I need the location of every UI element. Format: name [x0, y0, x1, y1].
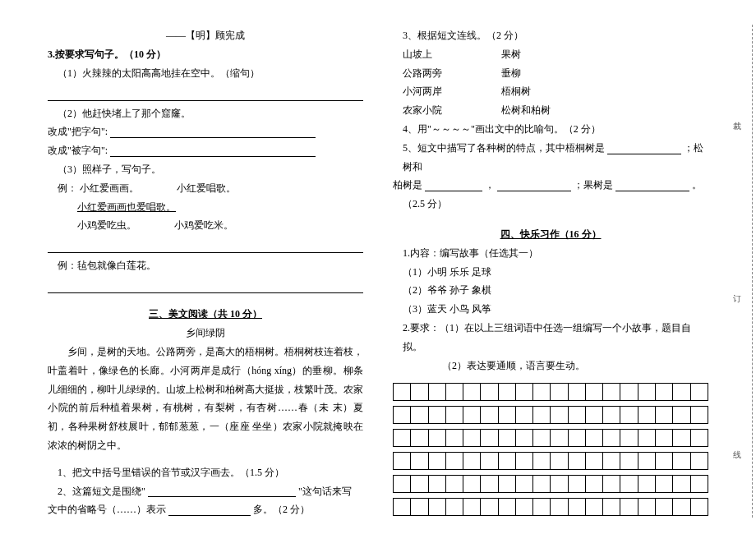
q3-2-bei-blank[interactable]	[110, 146, 316, 157]
grid-table	[393, 383, 708, 516]
connect-block[interactable]: 山坡上 果树 公路两旁 垂柳 小河两岸 梧桐树 农家小院 松树和柏树	[393, 45, 708, 120]
q5c-end: ；果树是	[574, 179, 613, 191]
q5-blank4[interactable]	[615, 181, 689, 191]
passage-q2d: 多。（2 分）	[253, 504, 310, 515]
q3-2-bei-label: 改成"被字句":	[48, 145, 108, 156]
grid-row	[394, 476, 708, 493]
grid-sep	[394, 401, 708, 407]
writing-opt2: （2）爷爷 孙子 象棋	[393, 281, 708, 300]
q5c-pre: 柏树是	[393, 179, 422, 191]
q5-blank2[interactable]	[425, 181, 482, 191]
connect-row: 山坡上 果树	[403, 45, 708, 64]
q3-3-line-b: 小鸡爱吃米。	[174, 219, 233, 231]
q3-2-ba-row: 改成"把字句":	[48, 122, 363, 141]
passage-q2a: 2、这篇短文是围绕"	[58, 486, 145, 497]
passage-q5-row2: 柏树是 ， ；果树是 。	[393, 176, 708, 195]
binding-dash	[752, 25, 753, 518]
q5-blank3[interactable]	[497, 181, 571, 191]
grid-row	[394, 430, 708, 447]
section4-title: 四、快乐习作（16 分）	[393, 225, 708, 244]
connect-l2: 小河两岸	[403, 82, 501, 101]
q3-2-ba-label: 改成"把字句":	[48, 126, 108, 137]
right-column: 3、根据短文连线。（2 分） 山坡上 果树 公路两旁 垂柳 小河两岸 梧桐树 农…	[378, 26, 715, 518]
writing-q1: 1.内容：编写故事（任选其一）	[393, 244, 708, 263]
writing-opt3: （3）蓝天 小鸟 风筝	[393, 300, 708, 319]
grid-sep	[394, 447, 708, 453]
grid-sep	[394, 424, 708, 430]
q3-3-ex2-blank[interactable]	[48, 277, 363, 293]
connect-r3: 松树和柏树	[501, 101, 551, 120]
q3-3-practice-blank[interactable]	[48, 237, 363, 253]
q3-3-line-a: 小鸡爱吃虫。	[77, 219, 136, 231]
section3-title: 三、美文阅读（共 10 分）	[48, 305, 363, 324]
passage-title: 乡间绿阴	[48, 324, 363, 343]
writing-q2a: 2.要求：（1）在以上三组词语中任选一组编写一个小故事，题目自拟。	[393, 319, 708, 357]
writing-grid[interactable]	[393, 383, 708, 516]
connect-l3: 农家小院	[403, 101, 501, 120]
q5-pts: （2.5 分）	[393, 195, 708, 214]
q3-1-blank[interactable]	[48, 84, 363, 100]
connect-row: 公路两旁 垂柳	[403, 64, 708, 83]
q3-2-ba-blank[interactable]	[110, 127, 316, 138]
q3-3-ex-prefix: 例：	[58, 182, 77, 194]
passage-q1: 1、把文中括号里错误的音节或汉字画去。（1.5 分）	[48, 463, 363, 482]
q5-blank1[interactable]	[607, 144, 681, 154]
q5c-mid: ，	[485, 179, 495, 191]
passage-q2-blank2[interactable]	[168, 505, 251, 516]
writing-q2b: （2）表达要通顺，语言要生动。	[393, 357, 708, 375]
grid-row	[394, 407, 708, 424]
q3-header: 3.按要求写句子。（10 分）	[48, 45, 363, 64]
connect-l1: 公路两旁	[403, 64, 501, 83]
connect-l0: 山坡上	[403, 45, 501, 64]
q3-3: （3）照样子，写句子。	[48, 160, 363, 179]
grid-sep	[394, 470, 708, 476]
poem-attribution: ——【明】顾宪成	[48, 26, 363, 45]
left-column: ——【明】顾宪成 3.按要求写句子。（10 分） （1）火辣辣的太阳高高地挂在空…	[41, 26, 378, 518]
spacer	[48, 457, 363, 463]
q3-3-ex-a: 小红爱画画。	[80, 182, 139, 194]
passage-q5-row1: 5、短文中描写了各种树的特点，其中梧桐树是 ；松树和	[393, 139, 708, 177]
passage-q2-row1: 2、这篇短文是围绕" "这句话来写	[48, 482, 363, 501]
q5a: 5、短文中描写了各种树的特点，其中梧桐树是	[403, 142, 605, 154]
q5c-tail: 。	[692, 179, 702, 191]
connect-r0: 果树	[501, 45, 521, 64]
q3-3-merge: 小红爱画画也爱唱歌。	[77, 198, 176, 217]
q3-3-ex2: 例：毡包就像白莲花。	[48, 256, 363, 275]
worksheet-page: 裁 订 线 ——【明】顾宪成 3.按要求写句子。（10 分） （1）火辣辣的太阳…	[0, 0, 756, 534]
grid-row	[394, 384, 708, 401]
grid-row	[394, 453, 708, 470]
passage-q2-row2: 文中的省略号（……）表示 多。（2 分）	[48, 500, 363, 519]
grid-sep	[394, 493, 708, 499]
q3-3-practice-row: 小鸡爱吃虫。 小鸡爱吃米。	[48, 216, 363, 235]
q3-2-bei-row: 改成"被字句":	[48, 141, 363, 160]
passage-q4: 4、用"～～～～"画出文中的比喻句。（2 分）	[393, 120, 708, 139]
connect-r1: 垂柳	[501, 64, 521, 83]
passage-body: 乡间，是树的天地。公路两旁，是高大的梧桐树。梧桐树枝连着枝，叶盖着叶，像绿色的长…	[48, 343, 363, 455]
q3-1: （1）火辣辣的太阳高高地挂在空中。（缩句）	[48, 64, 363, 83]
writing-opt1: （1）小明 乐乐 足球	[393, 263, 708, 282]
q3-2: （2）他赶快堵上了那个窟窿。	[48, 104, 363, 123]
q3-3-ex-b: 小红爱唱歌。	[177, 182, 236, 194]
grid-row	[394, 499, 708, 516]
connect-row: 农家小院 松树和柏树	[403, 101, 708, 120]
passage-q3: 3、根据短文连线。（2 分）	[393, 26, 708, 45]
connect-row: 小河两岸 梧桐树	[403, 82, 708, 101]
passage-q2c: 文中的省略号（……）表示	[48, 504, 166, 515]
q3-3-example-row: 例： 小红爱画画。 小红爱唱歌。	[48, 179, 363, 198]
passage-q2-blank1[interactable]	[148, 486, 296, 497]
connect-r2: 梧桐树	[501, 82, 531, 101]
q3-3-merge-row: 小红爱画画也爱唱歌。	[48, 198, 363, 217]
passage-q2b: "这句话来写	[298, 486, 352, 497]
